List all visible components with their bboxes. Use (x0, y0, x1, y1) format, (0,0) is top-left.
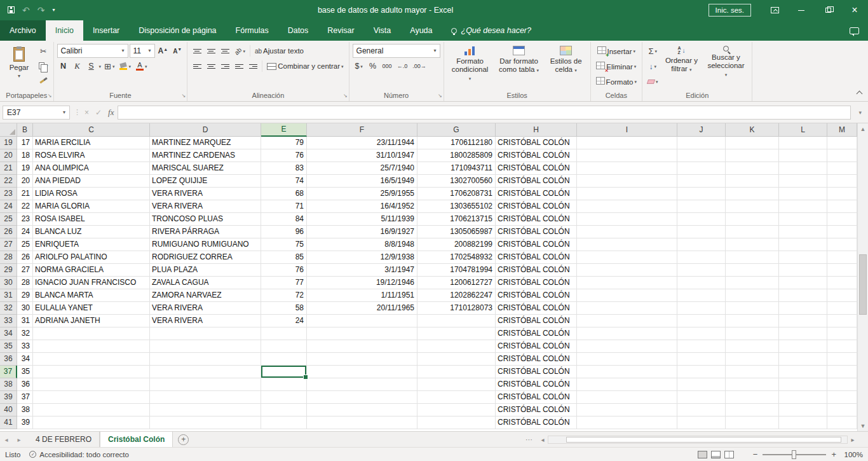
cell-F23[interactable]: 25/9/1955 (307, 188, 417, 200)
cell-K40[interactable] (726, 404, 779, 416)
cell-G24[interactable]: 1303655102 (417, 200, 496, 213)
cell-F36[interactable] (307, 353, 417, 366)
cell-I34[interactable] (577, 327, 677, 340)
cell-H29[interactable]: CRISTÓBAL COLÓN (496, 264, 577, 277)
sort-filter-button[interactable]: AZ↓ Ordenar y filtrar ▾ (661, 43, 701, 89)
cell-J40[interactable] (677, 404, 726, 416)
cell-K25[interactable] (726, 213, 779, 226)
cell-L20[interactable] (779, 149, 827, 162)
cell-H28[interactable]: CRISTÓBAL COLÓN (496, 251, 577, 264)
cell-K20[interactable] (726, 149, 779, 162)
cell-H31[interactable]: CRISTÓBAL COLÓN (496, 289, 577, 302)
wrap-text-button[interactable]: abAjustar texto (253, 45, 306, 58)
cell-J38[interactable] (677, 378, 726, 391)
cell-F25[interactable]: 5/11/1939 (307, 213, 417, 226)
cell-B28[interactable]: 26 (17, 251, 33, 264)
cell-G37[interactable] (417, 366, 496, 378)
cell-F28[interactable]: 12/9/1938 (307, 251, 417, 264)
cell-I32[interactable] (577, 302, 677, 315)
conditional-formatting-button[interactable]: Formato condicional ▾ (447, 43, 493, 89)
cell-G26[interactable]: 1305065987 (417, 226, 496, 238)
cell-K29[interactable] (726, 264, 779, 277)
cell-M34[interactable] (827, 327, 857, 340)
cell-L21[interactable] (779, 162, 827, 175)
cell-E26[interactable]: 96 (261, 226, 307, 238)
cell-L19[interactable] (779, 137, 827, 149)
row-header-39[interactable]: 39 (0, 391, 17, 404)
cell-J29[interactable] (677, 264, 726, 277)
cell-D34[interactable] (150, 327, 261, 340)
decrease-decimal-button[interactable]: .00→ (410, 60, 428, 73)
cell-D26[interactable]: RIVERA PÁRRAGA (150, 226, 261, 238)
cell-I38[interactable] (577, 378, 677, 391)
ribbon-tab-inicio[interactable]: Inicio (46, 20, 83, 41)
ribbon-tab-insertar[interactable]: Insertar (83, 20, 129, 41)
cell-B39[interactable]: 37 (17, 391, 33, 404)
row-header-23[interactable]: 23 (0, 188, 17, 200)
cell-G27[interactable]: 200882199 (417, 238, 496, 251)
cell-F22[interactable]: 16/5/1949 (307, 175, 417, 188)
scroll-up-icon[interactable]: ▲ (858, 123, 868, 134)
cell-I29[interactable] (577, 264, 677, 277)
cell-D25[interactable]: TRONCOSO PLUAS (150, 213, 261, 226)
cell-H37[interactable]: CRISTÓBAL COLÓN (496, 366, 577, 378)
cell-M23[interactable] (827, 188, 857, 200)
cell-M20[interactable] (827, 149, 857, 162)
horizontal-scroll-thumb[interactable] (566, 437, 841, 443)
cell-H41[interactable]: CRISTÓBAL COLÓN (496, 416, 577, 429)
copy-button[interactable]: ▾ (37, 59, 50, 72)
cell-H20[interactable]: CRISTÓBAL COLÓN (496, 149, 577, 162)
cell-I23[interactable] (577, 188, 677, 200)
save-button[interactable] (8, 6, 15, 15)
cell-B29[interactable]: 27 (17, 264, 33, 277)
cell-F26[interactable]: 16/9/1927 (307, 226, 417, 238)
cell-E35[interactable] (261, 340, 307, 353)
select-all-corner[interactable] (0, 123, 17, 137)
cell-E31[interactable]: 72 (261, 289, 307, 302)
cell-H38[interactable]: CRISTÓBAL COLÓN (496, 378, 577, 391)
cell-F37[interactable] (307, 366, 417, 378)
cell-K30[interactable] (726, 277, 779, 289)
cell-G20[interactable]: 1800285809 (417, 149, 496, 162)
cell-F24[interactable]: 16/4/1952 (307, 200, 417, 213)
cell-B40[interactable]: 38 (17, 404, 33, 416)
enter-entry-button[interactable]: ✓ (95, 108, 102, 117)
cell-J39[interactable] (677, 391, 726, 404)
cell-K34[interactable] (726, 327, 779, 340)
cell-D33[interactable]: VERA RIVERA (150, 315, 261, 327)
close-button[interactable]: × (841, 0, 868, 20)
cell-G21[interactable]: 1710943711 (417, 162, 496, 175)
cell-J28[interactable] (677, 251, 726, 264)
cell-H34[interactable]: CRISTÓBAL COLÓN (496, 327, 577, 340)
cell-E32[interactable]: 58 (261, 302, 307, 315)
cell-E23[interactable]: 68 (261, 188, 307, 200)
row-header-25[interactable]: 25 (0, 213, 17, 226)
cell-I39[interactable] (577, 391, 677, 404)
undo-button[interactable]: ↶ (22, 6, 30, 15)
column-header-K[interactable]: K (726, 123, 779, 137)
cell-H35[interactable]: CRISTÓBAL COLÓN (496, 340, 577, 353)
cell-B35[interactable]: 33 (17, 340, 33, 353)
cell-C33[interactable]: ADRIANA JANETH (33, 315, 150, 327)
cell-M19[interactable] (827, 137, 857, 149)
cell-M28[interactable] (827, 251, 857, 264)
cell-M36[interactable] (827, 353, 857, 366)
cell-G19[interactable]: 1706112180 (417, 137, 496, 149)
cell-C23[interactable]: LIDIA ROSA (33, 188, 150, 200)
cell-J41[interactable] (677, 416, 726, 429)
new-sheet-button[interactable]: + (178, 434, 189, 445)
cell-J36[interactable] (677, 353, 726, 366)
column-header-H[interactable]: H (496, 123, 577, 137)
cell-D19[interactable]: MARTINEZ MARQUEZ (150, 137, 261, 149)
cell-H24[interactable]: CRISTÓBAL COLÓN (496, 200, 577, 213)
cell-L40[interactable] (779, 404, 827, 416)
cell-I22[interactable] (577, 175, 677, 188)
row-header-27[interactable]: 27 (0, 238, 17, 251)
cell-H32[interactable]: CRISTÓBAL COLÓN (496, 302, 577, 315)
normal-view-button[interactable] (698, 451, 707, 458)
cell-L36[interactable] (779, 353, 827, 366)
cell-C21[interactable]: ANA OLIMPICA (33, 162, 150, 175)
cell-D41[interactable] (150, 416, 261, 429)
ribbon-tab-fórmulas[interactable]: Fórmulas (226, 20, 278, 41)
row-header-38[interactable]: 38 (0, 378, 17, 391)
